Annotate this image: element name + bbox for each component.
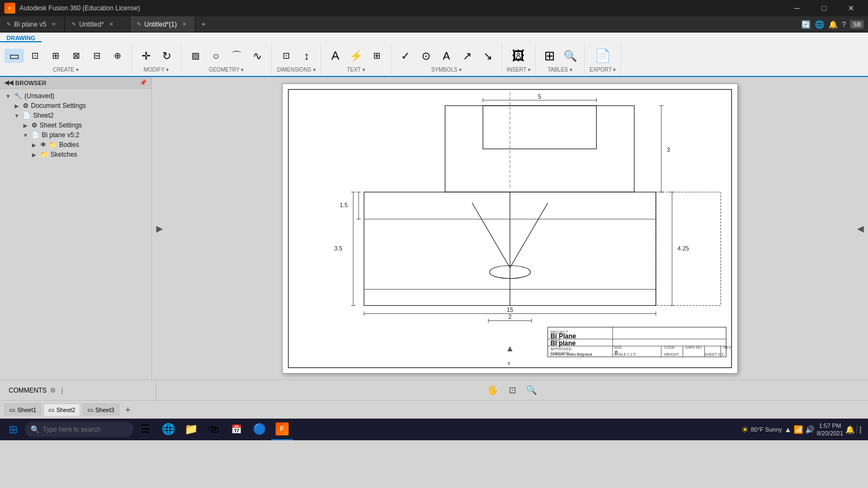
dim-btn-1[interactable]: ⊡ — [276, 50, 296, 62]
tables-btn-2[interactable]: 🔍 — [560, 49, 580, 63]
drawing-tab-label[interactable]: DRAWING — [0, 33, 42, 42]
geometry-buttons: ▨ ○ ⌒ ∿ — [186, 44, 267, 67]
user-avatar[interactable]: SB — [850, 20, 864, 29]
sym-btn-3[interactable]: A — [437, 49, 456, 63]
create-btn-4[interactable]: ⊠ — [66, 50, 86, 62]
search-input[interactable] — [43, 426, 128, 433]
expand-icon[interactable]: ▶ — [30, 152, 38, 158]
taskbar-chrome[interactable]: 🔵 — [248, 419, 270, 440]
text-btn-3[interactable]: ⊞ — [367, 50, 386, 62]
text-label: TEXT ▾ — [347, 67, 365, 74]
network-icon[interactable]: ▲ — [784, 425, 792, 434]
expand-icon[interactable]: ▼ — [22, 132, 29, 138]
tab-close-untitled1[interactable]: ✕ — [182, 21, 187, 27]
sym-btn-5[interactable]: ↘ — [478, 49, 497, 63]
tab-icon: ✎ — [137, 21, 141, 27]
taskbar-fusion[interactable]: F — [271, 419, 293, 440]
tab-close-untitled[interactable]: ✕ — [109, 21, 113, 27]
geo-btn-spline[interactable]: ∿ — [247, 49, 267, 63]
zoom-button[interactable]: 🔍 — [524, 384, 539, 397]
taskbar-search[interactable]: 🔍 — [25, 422, 133, 437]
show-desktop-icon[interactable]: | — [857, 425, 861, 434]
task-view-button[interactable]: ☰ — [135, 419, 156, 440]
svg-text:SHEET 2/3: SHEET 2/3 — [705, 352, 724, 356]
taskbar-time[interactable]: 1:57 PM 8/20/2021 — [816, 422, 843, 438]
pan-bottom-arrow[interactable]: ▲ — [506, 344, 514, 354]
taskbar-explorer[interactable]: 📁 — [180, 419, 202, 440]
taskbar-calendar[interactable]: 📅 — [226, 419, 247, 440]
modify-btn-2[interactable]: ↻ — [157, 49, 176, 63]
titlebar-left: F Autodesk Fusion 360 (Education License… — [4, 3, 140, 14]
tree-item-doc-settings[interactable]: ▶ ⚙ Document Settings — [2, 101, 149, 111]
tree-item-biplane[interactable]: ▼ 📄 Bi plane v5:2 — [2, 130, 149, 140]
taskbar-edge[interactable]: 🌐 — [157, 419, 179, 440]
sym-btn-1[interactable]: ✓ — [395, 49, 415, 63]
sheet-tab-1[interactable]: ▭ Sheet1 — [4, 403, 41, 416]
create-btn-5[interactable]: ⊟ — [87, 50, 106, 62]
maximize-button[interactable]: □ — [812, 0, 837, 16]
browser-icon[interactable]: 🌐 — [815, 20, 824, 29]
sidebar-pin-icon[interactable]: 📌 — [139, 79, 147, 86]
expand-icon[interactable]: ▼ — [13, 113, 21, 119]
sheet-tab-2[interactable]: ▭ Sheet2 — [43, 403, 80, 416]
expand-icon[interactable]: ▼ — [4, 93, 12, 99]
expand-icon[interactable]: ▶ — [22, 123, 29, 129]
new-tab-button[interactable]: + — [195, 16, 212, 32]
close-button[interactable]: ✕ — [839, 0, 864, 16]
sym-btn-2[interactable]: ⊙ — [416, 49, 436, 63]
taskbar-store[interactable]: 🛍 — [203, 419, 225, 440]
tree-item-sheet2[interactable]: ▼ 📄 Sheet2 — [2, 111, 149, 120]
geo-btn-arc[interactable]: ⌒ — [227, 49, 246, 63]
create-btn-2[interactable]: ⊡ — [25, 50, 44, 62]
add-sheet-button[interactable]: + — [122, 403, 135, 416]
text-btn-2[interactable]: ⚡ — [346, 49, 366, 63]
tab-close-biplane[interactable]: ✕ — [52, 21, 56, 27]
tree-item-sheet-settings[interactable]: ▶ ⚙ Sheet Settings — [2, 120, 149, 130]
expand-icon[interactable]: ▶ — [13, 103, 21, 109]
geo-btn-hatch[interactable]: ▨ — [186, 50, 205, 62]
tab-untitled1[interactable]: ✎ Untitled*(1) ✕ — [130, 16, 195, 32]
tree-sketches-label: Sketches — [50, 151, 77, 158]
modify-btn-1[interactable]: ✛ — [136, 49, 156, 63]
calendar-icon: 📅 — [231, 424, 242, 434]
minimize-button[interactable]: ─ — [784, 0, 809, 16]
speaker-icon[interactable]: 🔊 — [805, 425, 814, 434]
sym-btn-4[interactable]: ↗ — [457, 49, 477, 63]
pan-right-arrow[interactable]: ◀ — [857, 223, 864, 234]
start-button[interactable]: ⊞ — [2, 419, 24, 440]
comments-gear-icon[interactable]: ⚙ — [50, 387, 56, 394]
pan-left-arrow[interactable]: ▶ — [156, 223, 163, 234]
expand-icon[interactable]: ▶ — [30, 142, 38, 148]
explorer-icon: 📁 — [184, 422, 198, 435]
create-btn-3[interactable]: ⊞ — [46, 50, 65, 62]
tree-item-root[interactable]: ▼ 🔧 (Unsaved) — [2, 91, 149, 101]
tree-item-bodies[interactable]: ▶ 👁 📁 Bodies — [2, 140, 149, 150]
export-buttons: 📄 — [589, 44, 616, 67]
sidebar-collapse-icon[interactable]: ◀◀ — [4, 79, 13, 86]
notification-icon[interactable]: 🔔 — [845, 425, 854, 434]
tree-folder-icon: 📁 — [49, 141, 57, 149]
help-icon[interactable]: ? — [842, 20, 846, 29]
create-btn-6[interactable]: ⊕ — [107, 50, 127, 62]
comments-pin-icon[interactable]: | — [61, 387, 63, 394]
svg-line-7 — [510, 203, 548, 268]
canvas-area[interactable]: ▶ ◀ ▼ — [152, 77, 868, 380]
zoom-fit-button[interactable]: ⊡ — [505, 384, 520, 397]
sheet-tab-3[interactable]: ▭ Sheet3 — [82, 403, 119, 416]
tree-item-sketches[interactable]: ▶ 📁 Sketches — [2, 150, 149, 159]
insert-btn-image[interactable]: 🖼 — [507, 47, 531, 65]
wifi-icon[interactable]: 📶 — [794, 425, 803, 434]
tab-untitled[interactable]: ✎ Untitled* ✕ — [65, 16, 130, 32]
sheet-icon: ▭ — [87, 406, 93, 414]
refresh-icon[interactable]: 🔄 — [801, 20, 810, 29]
export-btn-pdf[interactable]: 📄 — [589, 47, 616, 65]
tree-settings-icon: ⚙ — [23, 102, 29, 110]
geo-btn-circle[interactable]: ○ — [206, 49, 226, 63]
tab-biplane[interactable]: ✎ Bi plane v5 ✕ — [0, 16, 65, 32]
tables-btn-1[interactable]: ⊞ — [540, 48, 559, 64]
create-btn-1[interactable]: ▭ — [4, 49, 24, 63]
dim-btn-2[interactable]: ↕ — [297, 49, 316, 63]
pan-tool-button[interactable]: 🖐 — [485, 384, 500, 397]
notifications-icon[interactable]: 🔔 — [828, 20, 838, 29]
text-btn-1[interactable]: A — [326, 48, 345, 63]
